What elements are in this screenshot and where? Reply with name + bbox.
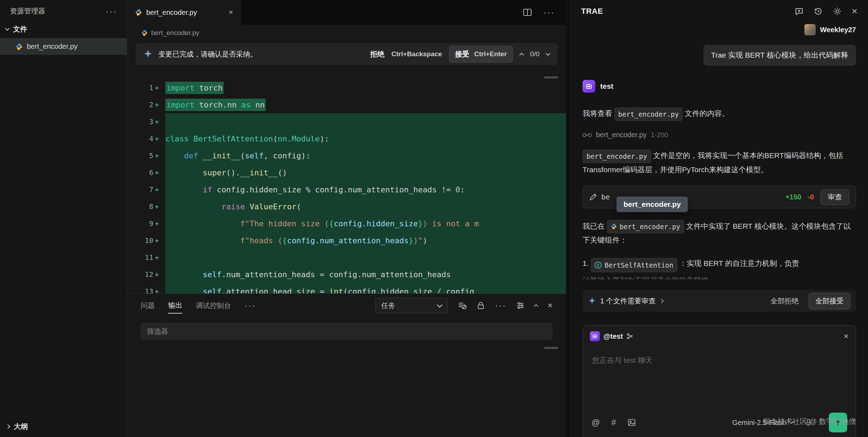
lines-added: +150 (785, 193, 801, 201)
editor-scrollbar-thumb[interactable] (544, 76, 558, 78)
python-file-icon (141, 30, 148, 36)
tab-debug-console[interactable]: 调试控制台 (196, 298, 231, 313)
file-item-bert-encoder[interactable]: bert_encoder.py (0, 38, 127, 55)
scissors-icon[interactable] (626, 333, 633, 340)
panel-more-actions-icon[interactable]: ··· (495, 301, 506, 310)
lock-scroll-icon[interactable] (477, 301, 485, 310)
explorer-more-icon[interactable]: ··· (106, 7, 117, 16)
inline-file-chip[interactable]: bert_encoder.py (607, 220, 684, 233)
robot-icon (585, 82, 593, 90)
line-number-gutter: 4+ (127, 134, 165, 143)
code-editor[interactable]: 1+import torch2+import torch.nn as nn3+4… (127, 79, 566, 293)
line-number-gutter: 7+ (127, 185, 165, 194)
trae-header: TRAE × (571, 0, 868, 23)
file-name-tooltip: bert_encoder.py (616, 197, 688, 212)
file-change-card[interactable]: be +150 -0 审查 bert_encoder.py (583, 186, 856, 208)
output-channel-value: 任务 (381, 301, 395, 310)
remove-mention-icon[interactable]: × (844, 332, 849, 340)
agent-mention-chip[interactable]: @test (590, 331, 633, 341)
line-number-gutter: 13+ (127, 287, 165, 293)
message-text: 我已在 (583, 222, 605, 230)
class-symbol-chip[interactable]: CBertSelfAttention (591, 258, 677, 272)
accept-all-button[interactable]: 全部接受 (809, 293, 850, 309)
change-card-stats: +150 -0 审查 (785, 189, 849, 205)
code-line: 4+class BertSelfAttention(nn.Module): (127, 130, 566, 147)
code-line-text (165, 113, 566, 130)
user-message-bubble: Trae 实现 BERT 核心模块，给出代码解释 (703, 45, 856, 66)
code-line-text: f"The hidden size ({config.hidden_size})… (165, 215, 566, 232)
component-list-item: 1. CBertSelfAttention ：实现 BERT 的自注意力机制，负… (583, 257, 856, 280)
history-icon[interactable] (814, 7, 823, 16)
chevron-right-icon[interactable] (659, 299, 664, 303)
trae-assistant-panel: TRAE × Weekley27 Trae 实现 BERT 核心模块，给出代码解… (570, 0, 868, 437)
code-line-text: class BertSelfAttention(nn.Module): (165, 130, 566, 147)
code-line-text: f"heads ({config.num_attention_heads})") (165, 232, 566, 249)
filter-settings-icon[interactable] (516, 301, 525, 310)
accept-button[interactable]: 接受 Ctrl+Enter (449, 46, 513, 63)
previous-change-icon[interactable] (519, 53, 524, 57)
review-button[interactable]: 审查 (820, 189, 849, 205)
tab-output[interactable]: 输出 (168, 298, 182, 314)
breadcrumb-label: bert_encoder.py (151, 29, 199, 37)
review-bar-actions: 全部拒绝 全部接受 (770, 293, 850, 309)
editor-tabbar: bert_encoder.py × ··· (127, 0, 566, 25)
line-number-gutter: 8+ (127, 202, 165, 211)
pencil-icon (589, 193, 597, 201)
next-change-icon[interactable] (546, 51, 550, 56)
code-line: 11+ (127, 249, 566, 266)
code-line: 7+ if config.hidden_size % config.num_at… (127, 181, 566, 198)
maximize-panel-icon[interactable] (534, 304, 538, 309)
agent-avatar (583, 80, 595, 93)
line-number-gutter: 5+ (127, 151, 165, 160)
reject-shortcut: Ctrl+Backspace (391, 50, 442, 58)
split-editor-icon[interactable] (523, 8, 532, 17)
file-read-reference[interactable]: bert_encoder.py 1-200 (583, 131, 856, 139)
editor-scrollbar-track[interactable] (566, 0, 570, 437)
mention-label: @test (603, 332, 623, 340)
tab-label: bert_encoder.py (146, 8, 197, 17)
close-panel-icon[interactable]: × (548, 301, 553, 310)
output-channel-select[interactable]: 任务 (375, 298, 448, 313)
reject-all-button[interactable]: 全部拒绝 (770, 296, 799, 306)
code-line: 1+import torch (127, 79, 566, 96)
accept-label: 接受 (455, 49, 469, 59)
panel-more-tabs-icon[interactable]: ··· (244, 301, 256, 310)
robot-icon (592, 333, 598, 339)
tab-close-icon[interactable]: × (229, 8, 233, 16)
mention-icon[interactable]: @ (591, 418, 600, 427)
line-number-gutter: 1+ (127, 83, 165, 92)
python-file-icon (611, 223, 617, 229)
breadcrumb[interactable]: bert_encoder.py (127, 25, 566, 41)
chat-input[interactable]: 您正在与 test 聊天 (590, 355, 849, 365)
filter-input[interactable] (141, 327, 553, 336)
line-number-gutter: 9+ (127, 219, 165, 228)
context-hash-icon[interactable]: # (611, 418, 616, 427)
code-line-text: self.attention_head_size = int(config.hi… (165, 283, 566, 293)
files-section-header[interactable]: 文件 (0, 20, 127, 38)
bottom-panel-controls: 任务 ··· × (375, 298, 553, 313)
tab-problems[interactable]: 问题 (141, 298, 155, 313)
trae-ide-window: 资源管理器 ··· 文件 bert_encoder.py 大纲 bert_enc… (0, 0, 868, 437)
panel-scrollbar-thumb[interactable] (544, 347, 558, 349)
new-chat-icon[interactable] (795, 7, 804, 16)
editor-tab-actions: ··· (523, 0, 566, 25)
reject-button[interactable]: 拒绝 (370, 49, 384, 59)
code-line: 9+ f"The hidden size ({config.hidden_siz… (127, 215, 566, 232)
outline-section-header[interactable]: 大纲 (0, 416, 127, 437)
attach-image-icon[interactable] (627, 418, 636, 427)
bottom-panel: 问题 输出 调试控制台 ··· 任务 ··· × (127, 293, 566, 437)
output-filter (141, 323, 553, 340)
user-name: Weekley27 (820, 26, 856, 34)
user-avatar (804, 24, 816, 35)
list-item-text: ：实现 BERT 的自注意力机制，负责 (679, 259, 799, 267)
close-panel-icon[interactable]: × (852, 6, 857, 16)
clear-output-icon[interactable] (457, 301, 467, 310)
gear-icon[interactable] (833, 7, 842, 16)
editor-more-icon[interactable]: ··· (543, 8, 555, 17)
message-text: 我将查看 (583, 109, 612, 117)
changed-file-name: be (601, 193, 610, 201)
code-lines: 1+import torch2+import torch.nn as nn3+4… (127, 79, 566, 293)
watermark-text: 掘金技术社区 @ 数字扫地僧 (763, 416, 856, 426)
tab-bert-encoder[interactable]: bert_encoder.py × (127, 0, 241, 25)
files-review-bar: 1 个文件需要审查 全部拒绝 全部接受 (583, 290, 856, 312)
